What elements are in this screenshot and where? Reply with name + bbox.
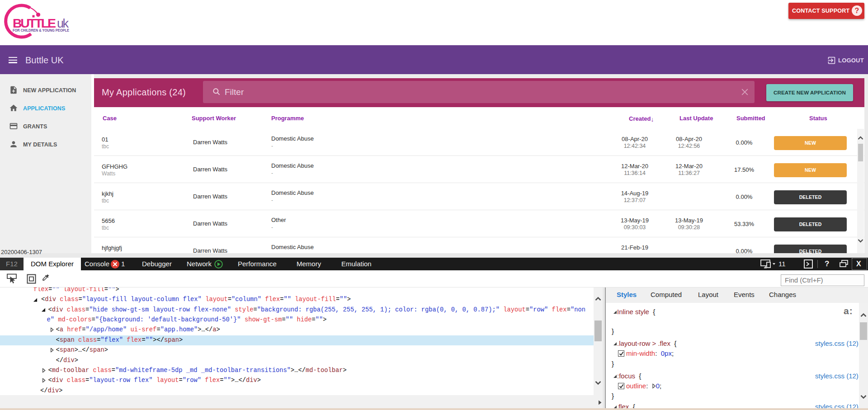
svg-text:FOR CHILDREN & YOUNG PEOPLE: FOR CHILDREN & YOUNG PEOPLE (13, 28, 69, 33)
